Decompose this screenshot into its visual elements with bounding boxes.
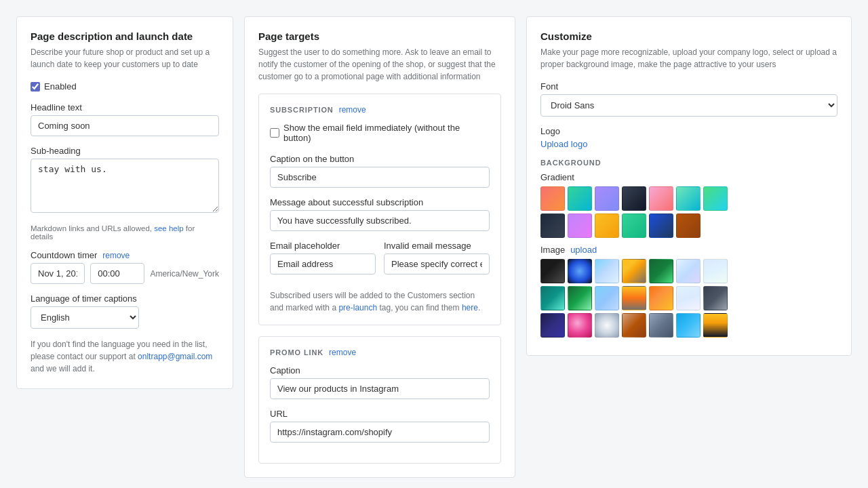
image-swatch-4[interactable] [622,259,646,283]
image-swatch-1[interactable] [540,259,565,283]
image-swatch-7[interactable] [703,259,728,283]
see-help-link[interactable]: see help [154,224,183,232]
gradient-grid [540,186,837,238]
subscription-note: Subscribed users will be added to the Cu… [270,289,490,314]
gradient-swatch-8[interactable] [540,214,565,238]
image-swatch-18[interactable] [622,313,646,338]
headline-group: Headline text [31,102,219,136]
image-swatch-9[interactable] [568,286,592,310]
promo-url-input[interactable] [270,422,490,443]
image-swatch-12[interactable] [649,286,673,310]
gradient-swatch-7[interactable] [703,186,728,211]
subheading-textarea[interactable]: stay with us. [31,159,219,213]
subheading-group: Sub-heading stay with us. [31,146,219,215]
email-placeholder-group: Email placeholder [270,241,376,274]
subscription-header: SUBSCRIPTION remove [270,105,490,115]
mid-column: Page targets Suggest the user to do some… [244,16,515,478]
success-message-group: Message about successful subscription [270,197,490,231]
image-swatch-5[interactable] [649,259,673,283]
promo-url-group: URL [270,409,490,443]
invalid-email-label: Invalid email message [384,241,490,251]
timezone-text: America/New_York [150,269,219,279]
image-label-row: Image upload [540,245,837,255]
promo-caption-input[interactable] [270,378,490,399]
image-swatch-15[interactable] [540,313,565,338]
image-swatch-2[interactable] [568,259,592,283]
countdown-label-row: Countdown timer remove [31,250,219,260]
gradient-swatch-4[interactable] [622,186,646,211]
email-placeholder-label: Email placeholder [270,241,376,251]
gradient-swatch-13[interactable] [676,214,701,238]
image-swatch-20[interactable] [676,313,701,338]
gradient-swatch-12[interactable] [649,214,673,238]
enabled-row: Enabled [31,81,219,92]
pre-launch-link[interactable]: pre-launch [338,303,377,312]
success-message-input[interactable] [270,210,490,231]
headline-input[interactable] [31,115,219,136]
countdown-time-input[interactable] [90,263,144,284]
subscription-tag: SUBSCRIPTION [270,106,334,114]
language-group: Language of timer captions English Spani… [31,293,219,329]
gradient-swatch-3[interactable] [595,186,619,211]
countdown-label: Countdown timer [31,250,97,260]
gradient-swatch-1[interactable] [540,186,565,211]
logo-label: Logo [540,126,837,136]
invalid-email-input[interactable] [384,253,490,274]
right-description: Make your page more recognizable, upload… [540,46,837,70]
left-column: Page description and launch date Describ… [16,16,233,389]
mid-description: Suggest the user to do something more. A… [258,46,501,83]
upload-logo-link[interactable]: Upload logo [540,139,587,149]
image-swatch-11[interactable] [622,286,646,310]
email-placeholder-input[interactable] [270,253,376,274]
subscription-block: SUBSCRIPTION remove Show the email field… [258,94,501,325]
headline-label: Headline text [31,102,219,113]
background-title: BACKGROUND [540,159,837,167]
gradient-swatch-2[interactable] [568,186,592,211]
show-email-checkbox[interactable] [270,128,279,138]
font-select[interactable]: Droid Sans Arial Georgia Helvetica Robot… [540,94,837,117]
countdown-remove-link[interactable]: remove [102,251,130,260]
caption-button-input[interactable] [270,167,490,188]
image-swatch-3[interactable] [595,259,619,283]
logo-group: Logo Upload logo [540,126,837,149]
font-label: Font [540,81,837,92]
gradient-swatch-10[interactable] [595,214,619,238]
right-title: Customize [540,30,837,42]
promo-link-header: PROMO LINK remove [270,348,490,357]
image-swatch-19[interactable] [649,313,673,338]
countdown-date-input[interactable] [31,263,85,284]
promo-caption-group: Caption [270,365,490,399]
enabled-checkbox[interactable] [31,82,40,92]
image-swatch-8[interactable] [540,286,565,310]
image-swatch-14[interactable] [703,286,728,310]
subscription-remove-link[interactable]: remove [339,105,366,115]
gradient-swatch-11[interactable] [622,214,646,238]
background-section: BACKGROUND Gradient Image [540,159,837,338]
here-link[interactable]: here [462,303,478,312]
promo-link-tag: PROMO LINK [270,348,323,357]
caption-button-label: Caption on the button [270,154,490,164]
mid-title: Page targets [258,30,501,42]
image-upload-link[interactable]: upload [570,245,597,255]
gradient-swatch-9[interactable] [568,214,592,238]
image-swatch-6[interactable] [676,259,701,283]
language-select[interactable]: English Spanish French German [31,306,139,329]
gradient-swatch-6[interactable] [676,186,701,211]
promo-url-label: URL [270,409,490,419]
gradient-label: Gradient [540,172,837,182]
gradient-swatch-5[interactable] [649,186,673,211]
left-description: Describe your future shop or product and… [31,46,219,70]
caption-button-group: Caption on the button [270,154,490,188]
promo-link-remove-link[interactable]: remove [329,348,356,357]
language-label: Language of timer captions [31,293,219,304]
enabled-label: Enabled [44,81,77,92]
success-message-label: Message about successful subscription [270,197,490,207]
font-group: Font Droid Sans Arial Georgia Helvetica … [540,81,837,117]
image-swatch-13[interactable] [676,286,701,310]
image-swatch-21[interactable] [703,313,728,338]
subheading-label: Sub-heading [31,146,219,156]
image-swatch-17[interactable] [595,313,619,338]
contact-email-link[interactable]: onltrapp@gmail.com [138,352,212,361]
image-swatch-16[interactable] [568,313,592,338]
image-swatch-10[interactable] [595,286,619,310]
